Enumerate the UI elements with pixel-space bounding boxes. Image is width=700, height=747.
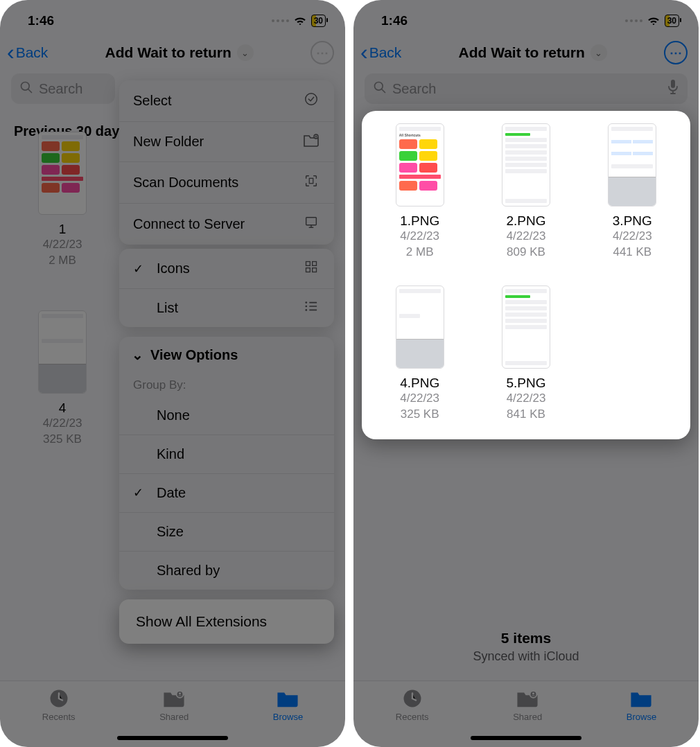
title-chevron-icon[interactable]: ⌄: [590, 44, 607, 61]
menu-select[interactable]: Select: [119, 80, 334, 122]
menu-new-folder[interactable]: New Folder: [119, 122, 334, 162]
title-chevron-icon[interactable]: ⌄: [237, 44, 254, 61]
checkmark-icon: ✓: [133, 485, 148, 501]
tab-recents[interactable]: Recents: [42, 688, 76, 722]
sync-status: Synced with iCloud: [353, 649, 699, 664]
file-item[interactable]: 2.PNG 4/22/23 809 KB: [476, 123, 575, 261]
file-item[interactable]: 1 4/22/23 2 MB: [14, 132, 111, 269]
menu-group-kind[interactable]: Kind: [119, 435, 334, 474]
folder-icon: [276, 688, 299, 709]
svg-rect-4: [309, 178, 313, 183]
file-size: 2 MB: [406, 245, 434, 261]
status-time: 1:46: [28, 13, 54, 28]
menu-view-options-header[interactable]: ⌄ View Options: [119, 337, 334, 373]
file-item[interactable]: 5.PNG 4/22/23 841 KB: [476, 285, 575, 423]
checkmark-icon: ✓: [133, 261, 148, 276]
file-size: 2 MB: [49, 253, 76, 269]
menu-view-list[interactable]: List: [119, 289, 334, 327]
svg-rect-8: [306, 268, 310, 272]
menu-connect-server[interactable]: Connect to Server: [119, 204, 334, 245]
scan-icon: [302, 173, 320, 192]
file-name: 3.PNG: [613, 213, 652, 229]
file-thumbnail: [502, 123, 550, 206]
menu-group-shared-by[interactable]: Shared by: [119, 552, 334, 590]
page-title: Add Wait to return: [458, 44, 584, 61]
file-name: 4.PNG: [400, 376, 439, 391]
file-size: 809 KB: [507, 245, 545, 261]
clock-icon: [47, 688, 71, 709]
menu-show-all-extensions[interactable]: Show All Extensions: [119, 599, 334, 644]
home-indicator[interactable]: [117, 736, 228, 740]
file-size: 441 KB: [613, 245, 651, 261]
home-indicator[interactable]: [471, 736, 581, 740]
search-input[interactable]: [392, 81, 661, 97]
tab-shared[interactable]: Shared: [513, 688, 542, 722]
file-name: 1: [59, 222, 67, 237]
menu-view-icons[interactable]: ✓ Icons: [119, 249, 334, 289]
status-bar: 1:46 30: [0, 0, 345, 35]
file-name: 4: [59, 401, 67, 416]
select-icon: [302, 91, 320, 110]
chevron-left-icon: ‹: [360, 46, 368, 59]
file-date: 4/22/23: [43, 416, 82, 432]
battery-icon: 30: [665, 15, 679, 27]
phone-right: 1:46 30 ‹ Back Add Wait to return ⌄ ⋯: [353, 0, 699, 747]
chevron-down-icon: ⌄: [132, 346, 143, 363]
menu-group-none[interactable]: None: [119, 396, 334, 435]
file-date: 4/22/23: [507, 391, 546, 407]
svg-rect-21: [671, 80, 675, 88]
shared-folder-icon: [516, 688, 539, 709]
file-date: 4/22/23: [400, 229, 439, 245]
file-item[interactable]: 3.PNG 4/22/23 441 KB: [583, 123, 682, 261]
file-thumbnail: [608, 123, 656, 206]
more-button[interactable]: ⋯: [664, 41, 688, 64]
file-thumbnail: [396, 285, 444, 369]
menu-scan-documents[interactable]: Scan Documents: [119, 162, 334, 204]
page-title: Add Wait to return: [105, 44, 231, 61]
svg-point-10: [305, 301, 307, 304]
file-thumbnail: [502, 285, 550, 369]
shared-folder-icon: [162, 688, 186, 709]
search-icon: [373, 80, 387, 98]
search-field[interactable]: [11, 73, 115, 104]
more-button[interactable]: ⋯: [310, 41, 334, 64]
menu-group-date[interactable]: ✓Date: [119, 474, 334, 513]
file-item[interactable]: All Shortcuts 1.PNG 4/22/23 2 MB: [370, 123, 469, 261]
file-date: 4/22/23: [507, 229, 546, 245]
tab-shared[interactable]: Shared: [159, 688, 189, 722]
group-by-label: Group By:: [119, 373, 334, 396]
chevron-left-icon: ‹: [7, 46, 15, 59]
svg-point-2: [306, 94, 317, 105]
mic-icon[interactable]: [667, 79, 679, 99]
file-thumbnail: All Shortcuts: [396, 123, 444, 206]
back-button[interactable]: ‹ Back: [7, 44, 48, 61]
wifi-icon: [293, 16, 307, 26]
svg-point-12: [305, 306, 307, 308]
file-date: 4/22/23: [43, 237, 82, 253]
tab-browse[interactable]: Browse: [627, 688, 656, 722]
svg-point-24: [532, 692, 534, 694]
tab-browse[interactable]: Browse: [273, 688, 303, 722]
status-time: 1:46: [381, 13, 408, 28]
svg-rect-7: [313, 262, 317, 266]
cellular-icon: [625, 19, 642, 22]
back-button[interactable]: ‹ Back: [360, 44, 401, 61]
folder-icon: [629, 688, 653, 709]
search-field[interactable]: [365, 73, 688, 104]
svg-line-20: [382, 89, 385, 92]
file-name: 5.PNG: [506, 376, 545, 391]
phone-left: 1:46 30 ‹ Back Add Wait to return ⌄ ⋯ Pr…: [0, 0, 345, 747]
file-date: 4/22/23: [400, 391, 439, 407]
search-icon: [19, 80, 33, 98]
status-bar: 1:46 30: [353, 0, 699, 35]
back-label: Back: [16, 44, 49, 61]
file-item[interactable]: 4.PNG 4/22/23 325 KB: [370, 285, 469, 423]
svg-point-14: [305, 309, 307, 311]
context-menu: Select New Folder Scan Documents Connect…: [119, 80, 334, 644]
file-name: 1.PNG: [400, 213, 439, 229]
file-item[interactable]: 4 4/22/23 325 KB: [14, 310, 111, 448]
tab-recents[interactable]: Recents: [396, 688, 429, 722]
svg-rect-6: [306, 262, 310, 266]
svg-line-1: [28, 89, 32, 92]
menu-group-size[interactable]: Size: [119, 513, 334, 552]
